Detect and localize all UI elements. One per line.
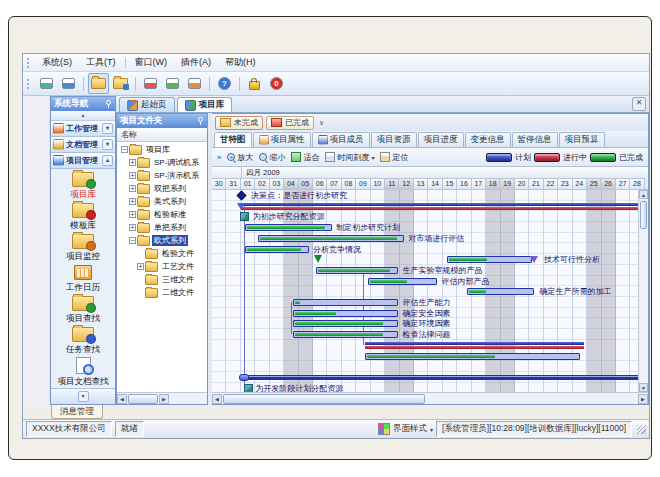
gantt-tab-0[interactable]: 甘特图 — [214, 132, 252, 147]
scroll-right-icon[interactable]: ▶ — [638, 394, 648, 404]
menu-item-4[interactable]: 帮助(H) — [218, 55, 263, 70]
scroll-thumb[interactable] — [640, 201, 647, 229]
scroll-down-icon[interactable]: ▼ — [639, 383, 648, 392]
sidebar-collapsed-group[interactable]: ▾ — [51, 388, 115, 404]
message-manager-tab[interactable]: 消息管理 — [51, 405, 103, 419]
tree-item-0[interactable]: −项目库 — [117, 143, 207, 156]
chevron-up-icon[interactable]: ▴ — [102, 155, 113, 166]
task-bar[interactable] — [245, 224, 332, 231]
summary-plan-bar[interactable] — [241, 375, 638, 380]
gantt-tab-2[interactable]: 项目成员 — [312, 132, 370, 147]
tree-column-header[interactable]: 名称 — [117, 128, 207, 142]
report-red-button[interactable] — [140, 73, 161, 94]
expand-plus-icon[interactable]: + — [129, 211, 136, 218]
close-tab-button[interactable]: ✕ — [632, 97, 646, 111]
task-bar[interactable] — [447, 256, 532, 263]
sidebar-item-3[interactable]: 工作日历 — [51, 264, 115, 295]
resize-grip[interactable] — [637, 425, 646, 434]
zoom-in-button[interactable]: +放大 — [225, 151, 255, 164]
gantt-vscrollbar[interactable]: ▲ ▼ — [638, 190, 648, 392]
menu-item-0[interactable]: 系统(S) — [35, 55, 79, 70]
filter-tab-1[interactable]: 已完成 — [266, 116, 314, 130]
pin-icon[interactable] — [196, 117, 204, 125]
tree-item-6[interactable]: +单把系列 — [117, 221, 207, 234]
scroll-left-icon[interactable]: ◀ — [117, 394, 127, 404]
locate-button[interactable]: 定位 — [378, 151, 410, 164]
style-label[interactable]: 界面样式 — [393, 423, 427, 435]
task-icon[interactable] — [244, 384, 253, 392]
gantt-tab-5[interactable]: 变更信息 — [465, 132, 511, 147]
tree-item-11[interactable]: 二维文件 — [117, 286, 207, 299]
task-bar[interactable] — [316, 267, 398, 274]
gantt-tab-3[interactable]: 项目资源 — [371, 132, 417, 147]
expand-plus-icon[interactable]: + — [129, 198, 136, 205]
zoom-out-button[interactable]: -缩小 — [257, 151, 287, 164]
expand-plus-icon[interactable]: + — [129, 172, 136, 179]
expand-plus-icon[interactable]: + — [129, 185, 136, 192]
menu-item-2[interactable]: 窗口(W) — [128, 55, 175, 70]
sidebar-item-2[interactable]: 项目监控 — [51, 233, 115, 264]
menu-item-1[interactable]: 工具(T) — [79, 55, 123, 70]
scroll-left-icon[interactable]: ◀ — [212, 394, 222, 404]
chevron-down-icon[interactable]: ∨ — [317, 119, 326, 127]
expand-minus-icon[interactable]: − — [121, 146, 128, 153]
globe-button[interactable] — [58, 73, 79, 94]
tree-item-8[interactable]: 检验文件 — [117, 247, 207, 260]
tree-item-1[interactable]: +SP-调试机系 — [117, 156, 207, 169]
tab-home[interactable]: 起始页 — [119, 97, 175, 112]
task-bar[interactable] — [467, 288, 533, 295]
time-scale-button[interactable]: 时间刻度▾ — [323, 151, 376, 164]
expand-minus-icon[interactable]: − — [129, 237, 136, 244]
tree-item-9[interactable]: +工艺文件 — [117, 260, 207, 273]
monitor-button[interactable] — [36, 73, 57, 94]
fit-button[interactable]: 适合 — [289, 151, 321, 164]
chevron-down-icon[interactable]: ▾ — [102, 139, 113, 150]
sidebar-item-0[interactable]: 项目库 — [51, 171, 115, 202]
sidebar-collapse-strip[interactable]: ▴ — [51, 111, 115, 121]
scroll-thumb[interactable] — [223, 394, 425, 404]
chevron-down-icon[interactable]: ▾ — [102, 123, 113, 134]
report-orange-button[interactable] — [184, 73, 205, 94]
expand-plus-icon[interactable]: + — [129, 159, 136, 166]
tree-item-3[interactable]: +双把系列 — [117, 182, 207, 195]
sidebar-item-1[interactable]: 模板库 — [51, 202, 115, 233]
task-bar[interactable] — [368, 278, 437, 285]
gantt-hscrollbar[interactable]: ◀ ▶ — [212, 392, 648, 404]
menu-item-3[interactable]: 插件(A) — [174, 55, 218, 70]
scroll-right-icon[interactable]: ▶ — [159, 394, 169, 404]
tree-item-10[interactable]: 三维文件 — [117, 273, 207, 286]
gantt-tab-7[interactable]: 项目预算 — [559, 132, 605, 147]
expand-plus-icon[interactable]: + — [137, 263, 144, 270]
scroll-thumb[interactable] — [128, 394, 158, 404]
sidebar-item-5[interactable]: 任务查找 — [51, 326, 115, 357]
tree-item-4[interactable]: +美式系列 — [117, 195, 207, 208]
sidebar-group-3[interactable]: 项目管理▴ — [51, 153, 115, 169]
tree-hscrollbar[interactable]: ◀ ▶ — [117, 392, 207, 404]
summary-bar[interactable] — [241, 203, 638, 210]
lock-button[interactable] — [244, 73, 265, 94]
chevron-down-icon[interactable]: ▾ — [430, 426, 433, 433]
gantt-tab-4[interactable]: 项目进度 — [418, 132, 464, 147]
task-icon[interactable] — [240, 212, 249, 221]
folder-chart-button[interactable] — [110, 73, 131, 94]
filter-tab-0[interactable]: 未完成 — [215, 116, 263, 130]
pin-icon[interactable] — [104, 100, 112, 108]
milestone-icon[interactable] — [236, 191, 246, 201]
task-bar[interactable] — [293, 320, 398, 327]
report-green-button[interactable] — [162, 73, 183, 94]
help-button[interactable]: ? — [214, 73, 235, 94]
sidebar-item-4[interactable]: 项目查找 — [51, 295, 115, 326]
tab-project-library[interactable]: 项目库 — [177, 97, 233, 112]
folder-open-button[interactable] — [88, 73, 109, 94]
gantt-tab-6[interactable]: 暂停信息 — [512, 132, 558, 147]
tree-item-7[interactable]: −欧式系列 — [117, 234, 207, 247]
scroll-up-icon[interactable]: ▲ — [639, 190, 648, 199]
expand-plus-icon[interactable]: + — [129, 224, 136, 231]
sidebar-item-6[interactable]: 项目文档查找 — [51, 357, 115, 388]
power-button[interactable]: 0 — [266, 73, 287, 94]
task-bar[interactable] — [293, 331, 398, 338]
tree-item-5[interactable]: +检验标准 — [117, 208, 207, 221]
gantt-tab-1[interactable]: 项目属性 — [253, 132, 311, 147]
task-bar[interactable] — [258, 235, 404, 242]
overflow-icon[interactable]: » — [215, 153, 223, 162]
